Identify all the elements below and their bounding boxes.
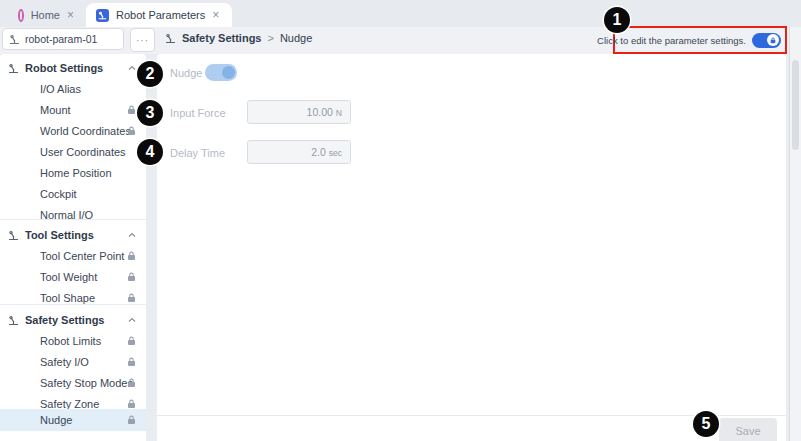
annotation-marker-2: 2	[137, 61, 163, 87]
edit-mode-toggle-knob	[767, 34, 779, 46]
sidebar-item-home-position[interactable]: Home Position	[0, 163, 146, 183]
robot-arm-icon	[8, 315, 19, 326]
section-divider	[0, 219, 146, 220]
item-label: Mount	[40, 104, 71, 116]
chevron-up-icon[interactable]	[128, 66, 136, 71]
robot-arm-icon	[8, 63, 19, 74]
edit-mode-banner-highlight: Click to edit the parameter settings.	[613, 26, 787, 54]
annotation-marker-4: 4	[137, 139, 163, 165]
breadcrumb-page: Nudge	[280, 32, 312, 44]
robot-arm-icon	[8, 230, 19, 241]
nudge-toggle-knob	[222, 66, 235, 79]
lock-icon	[127, 378, 136, 388]
sidebar-item-mount[interactable]: Mount	[0, 100, 146, 120]
param-selector-value: robot-param-01	[25, 33, 97, 45]
nudge-toggle-label: Nudge	[170, 67, 202, 79]
nudge-toggle[interactable]	[205, 64, 237, 81]
scrollbar-track[interactable]	[789, 27, 801, 441]
home-app-icon	[18, 9, 24, 22]
section-title: Safety Settings	[25, 314, 104, 326]
item-label: Home Position	[40, 167, 112, 179]
sidebar-item-io-alias[interactable]: I/O Alias	[0, 79, 146, 99]
item-label: Safety Stop Modes	[40, 377, 133, 389]
robot-arm-icon	[165, 33, 176, 44]
param-menu-button[interactable]: ···	[130, 28, 155, 52]
delay-time-label: Delay Time	[170, 147, 225, 159]
tab-home-close-icon[interactable]: ×	[67, 9, 74, 21]
chevron-up-icon[interactable]	[128, 318, 136, 323]
param-selector[interactable]: robot-param-01	[2, 28, 124, 50]
section-title: Tool Settings	[25, 229, 94, 241]
sidebar-item-tool-weight[interactable]: Tool Weight	[0, 267, 146, 287]
section-divider	[0, 304, 146, 305]
sidebar-section-safety-settings[interactable]: Safety Settings	[0, 310, 146, 330]
annotation-marker-5: 5	[693, 411, 719, 437]
edit-mode-toggle[interactable]	[752, 33, 781, 48]
input-force-unit: N	[336, 108, 342, 118]
item-label: Nudge	[40, 414, 72, 426]
tab-home[interactable]: Home ×	[8, 3, 84, 27]
input-force-value: 10.00	[307, 101, 333, 123]
sidebar-item-tool-shape[interactable]: Tool Shape	[0, 288, 146, 308]
item-label: Tool Center Point	[40, 250, 124, 262]
lock-icon	[127, 399, 136, 409]
sidebar-item-robot-limits[interactable]: Robot Limits	[0, 331, 146, 351]
annotation-marker-1: 1	[604, 7, 630, 33]
sidebar-item-normal-io[interactable]: Normal I/O	[0, 205, 146, 225]
sidebar-item-cockpit[interactable]: Cockpit	[0, 184, 146, 204]
lock-icon	[127, 293, 136, 303]
tab-bar: Home × Robot Parameters ×	[0, 0, 801, 27]
item-label: Tool Shape	[40, 292, 95, 304]
sidebar-item-safety-stop-modes[interactable]: Safety Stop Modes	[0, 373, 146, 393]
lock-icon	[127, 336, 136, 346]
tab-robot-parameters[interactable]: Robot Parameters ×	[86, 3, 232, 27]
robot-app-icon	[96, 9, 109, 22]
item-label: Robot Limits	[40, 335, 101, 347]
lock-icon	[127, 415, 136, 425]
breadcrumb-separator: >	[267, 32, 273, 44]
lock-icon	[127, 357, 136, 367]
chevron-up-icon[interactable]	[128, 233, 136, 238]
item-label: Safety I/O	[40, 356, 89, 368]
section-title: Robot Settings	[25, 62, 103, 74]
lock-icon	[127, 272, 136, 282]
item-label: Tool Weight	[40, 271, 97, 283]
tab-home-label: Home	[31, 9, 60, 21]
sidebar-item-nudge[interactable]: Nudge	[0, 409, 146, 431]
sidebar-item-tool-center-point[interactable]: Tool Center Point	[0, 246, 146, 266]
lock-icon	[770, 37, 776, 44]
save-button[interactable]: Save	[719, 418, 777, 441]
input-force-label: Input Force	[170, 107, 226, 119]
tab-robot-parameters-label: Robot Parameters	[116, 9, 205, 21]
robot-arm-icon	[9, 34, 20, 45]
app-window: Home × Robot Parameters × robot-param-01…	[0, 0, 801, 441]
tab-robot-parameters-close-icon[interactable]: ×	[212, 9, 219, 21]
lock-icon	[127, 251, 136, 261]
sidebar-section-tool-settings[interactable]: Tool Settings	[0, 225, 146, 245]
item-label: World Coordinates	[40, 125, 131, 137]
sidebar-section-robot-settings[interactable]: Robot Settings	[0, 58, 146, 78]
delay-time-value: 2.0	[311, 141, 326, 163]
main-panel: Nudge Input Force 10.00 N Delay Time 2.0…	[157, 54, 786, 441]
edit-mode-banner-text: Click to edit the parameter settings.	[597, 35, 746, 46]
lock-icon	[127, 105, 136, 115]
footer-divider	[157, 415, 786, 416]
breadcrumb-section[interactable]: Safety Settings	[182, 32, 261, 44]
scrollbar-thumb[interactable]	[792, 60, 799, 150]
input-force-field[interactable]: 10.00 N	[247, 100, 351, 124]
item-label: I/O Alias	[40, 83, 81, 95]
item-label: User Coordinates	[40, 146, 126, 158]
delay-time-unit: sec	[329, 148, 342, 158]
delay-time-field[interactable]: 2.0 sec	[247, 140, 351, 164]
sidebar-item-user-coordinates[interactable]: User Coordinates	[0, 142, 146, 162]
sidebar: Robot Settings I/O Alias Mount World Coo…	[0, 54, 146, 441]
lock-icon	[127, 126, 136, 136]
breadcrumb: Safety Settings > Nudge	[165, 32, 312, 44]
sidebar-item-safety-io[interactable]: Safety I/O	[0, 352, 146, 372]
sidebar-item-world-coordinates[interactable]: World Coordinates	[0, 121, 146, 141]
annotation-marker-3: 3	[137, 100, 163, 126]
item-label: Cockpit	[40, 188, 77, 200]
